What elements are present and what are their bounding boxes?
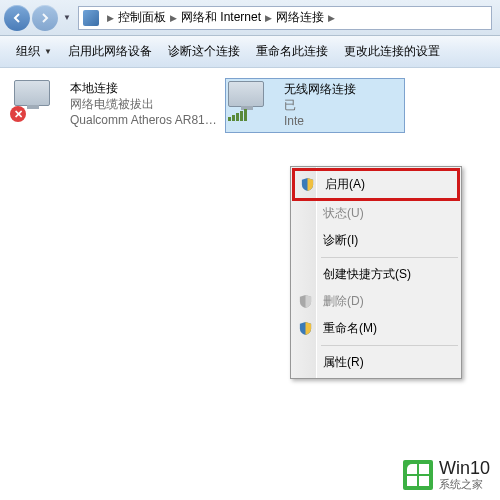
menu-shortcut[interactable]: 创建快捷方式(S) <box>293 261 459 288</box>
connection-local[interactable]: ✕ 本地连接 网络电缆被拔出 Qualcomm Atheros AR8161/8… <box>14 80 214 129</box>
connection-status: 网络电缆被拔出 <box>70 96 220 112</box>
shield-icon <box>298 321 313 336</box>
menu-label: 状态(U) <box>323 205 364 222</box>
chevron-right-icon: ▶ <box>265 13 272 23</box>
connection-name: 无线网络连接 <box>284 81 356 97</box>
chevron-down-icon: ▼ <box>44 47 52 56</box>
context-menu: 启用(A) 状态(U) 诊断(I) 创建快捷方式(S) 删除(D) 重命名(M)… <box>290 166 462 379</box>
menu-properties[interactable]: 属性(R) <box>293 349 459 376</box>
rename-button[interactable]: 重命名此连接 <box>248 39 336 64</box>
connection-wireless[interactable]: 无线网络连接 已 Inte <box>225 78 405 133</box>
connection-text: 本地连接 网络电缆被拔出 Qualcomm Atheros AR8161/8..… <box>70 80 220 129</box>
forward-button[interactable] <box>32 5 58 31</box>
back-button[interactable] <box>4 5 30 31</box>
watermark-title: Win10 <box>439 458 490 479</box>
organize-menu[interactable]: 组织 ▼ <box>8 39 60 64</box>
windows-logo-icon <box>403 460 433 490</box>
menu-enable[interactable]: 启用(A) <box>292 168 460 201</box>
menu-rename[interactable]: 重命名(M) <box>293 315 459 342</box>
connection-name: 本地连接 <box>70 80 220 96</box>
error-x-icon: ✕ <box>10 106 26 122</box>
connection-adapter: Inte <box>284 113 356 129</box>
breadcrumb-control-panel[interactable]: 控制面板 <box>118 9 166 26</box>
menu-label: 启用(A) <box>325 176 365 193</box>
menu-label: 删除(D) <box>323 293 364 310</box>
toolbar: 组织 ▼ 启用此网络设备 诊断这个连接 重命名此连接 更改此连接的设置 <box>0 36 500 68</box>
chevron-right-icon: ▶ <box>328 13 335 23</box>
menu-status: 状态(U) <box>293 200 459 227</box>
breadcrumb-network-internet[interactable]: 网络和 Internet <box>181 9 261 26</box>
menu-label: 重命名(M) <box>323 320 377 337</box>
connection-status: 已 <box>284 97 356 113</box>
connection-text: 无线网络连接 已 Inte <box>284 81 356 130</box>
menu-label: 属性(R) <box>323 354 364 371</box>
breadcrumb[interactable]: ▶ 控制面板 ▶ 网络和 Internet ▶ 网络连接 ▶ <box>78 6 492 30</box>
ethernet-icon: ✕ <box>14 80 62 120</box>
breadcrumb-network-connections[interactable]: 网络连接 <box>276 9 324 26</box>
signal-bars-icon <box>228 109 247 121</box>
organize-label: 组织 <box>16 43 40 60</box>
menu-delete: 删除(D) <box>293 288 459 315</box>
change-settings-button[interactable]: 更改此连接的设置 <box>336 39 448 64</box>
diagnose-button[interactable]: 诊断这个连接 <box>160 39 248 64</box>
wifi-icon <box>228 81 276 121</box>
content-area: ✕ 本地连接 网络电缆被拔出 Qualcomm Atheros AR8161/8… <box>0 68 500 500</box>
menu-diagnose[interactable]: 诊断(I) <box>293 227 459 254</box>
watermark-subtitle: 系统之家 <box>439 477 490 492</box>
chevron-right-icon: ▶ <box>107 13 114 23</box>
location-icon <box>83 10 99 26</box>
chevron-right-icon: ▶ <box>170 13 177 23</box>
menu-separator <box>321 345 458 346</box>
menu-label: 诊断(I) <box>323 232 358 249</box>
menu-label: 创建快捷方式(S) <box>323 266 411 283</box>
enable-device-button[interactable]: 启用此网络设备 <box>60 39 160 64</box>
menu-separator <box>321 257 458 258</box>
shield-icon <box>300 177 315 192</box>
connection-adapter: Qualcomm Atheros AR8161/8... <box>70 112 220 128</box>
navigation-bar: ▼ ▶ 控制面板 ▶ 网络和 Internet ▶ 网络连接 ▶ <box>0 0 500 36</box>
history-dropdown[interactable]: ▼ <box>60 9 74 27</box>
shield-icon <box>298 294 313 309</box>
watermark: Win10 系统之家 <box>403 458 490 492</box>
